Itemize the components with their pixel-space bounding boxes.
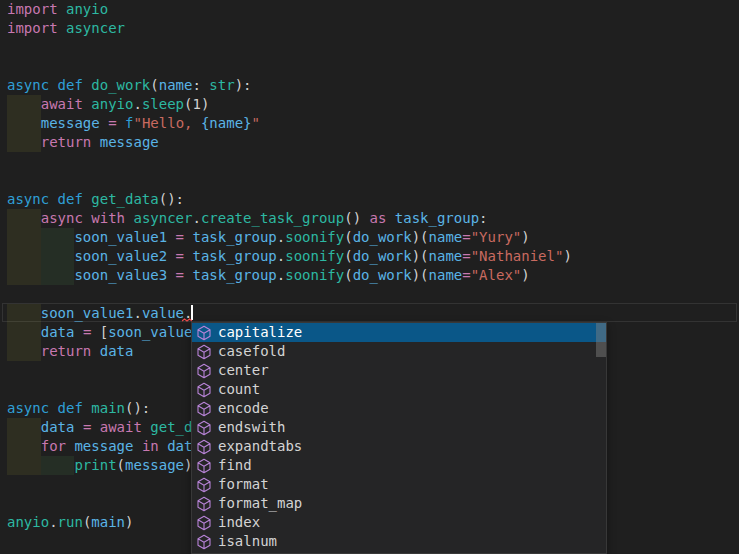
symbol-method-icon <box>196 344 212 360</box>
suggestion-label: count <box>218 380 260 399</box>
code-token: task_group <box>192 248 276 264</box>
code-line[interactable] <box>0 285 739 304</box>
code-token: async <box>41 210 92 226</box>
code-token <box>7 305 41 321</box>
code-line[interactable] <box>0 57 739 76</box>
symbol-method-icon <box>196 420 212 436</box>
code-line[interactable]: await anyio.sleep(1) <box>0 95 739 114</box>
code-token: ( <box>344 229 352 245</box>
code-token <box>91 419 99 435</box>
suggestion-item[interactable]: center <box>192 361 606 380</box>
suggestion-item[interactable]: encode <box>192 399 606 418</box>
symbol-method-icon <box>196 382 212 398</box>
code-line[interactable]: soon_value1.value. <box>0 304 739 323</box>
symbol-method-icon <box>196 363 212 379</box>
code-token: dat <box>167 438 192 454</box>
code-token: "Nathaniel" <box>471 248 564 264</box>
code-token: soonify <box>285 267 344 283</box>
code-line[interactable]: message = f"Hello, {name}" <box>0 114 739 133</box>
code-token: . <box>133 96 141 112</box>
code-token: (): <box>159 191 184 207</box>
suggestion-label: format_map <box>218 494 302 513</box>
code-token <box>74 419 82 435</box>
suggestion-item[interactable]: index <box>192 513 606 532</box>
suggestion-label: center <box>218 361 269 380</box>
code-line[interactable]: import asyncer <box>0 19 739 38</box>
suggestion-item[interactable]: count <box>192 380 606 399</box>
code-line[interactable]: return message <box>0 133 739 152</box>
suggestion-item[interactable]: isalnum <box>192 532 606 551</box>
code-line[interactable]: async def do_work(name: str): <box>0 76 739 95</box>
code-line[interactable] <box>0 152 739 171</box>
code-token: message <box>41 115 100 131</box>
code-token: soonify <box>285 229 344 245</box>
code-token: . <box>49 514 57 530</box>
code-token: " <box>252 115 260 131</box>
code-token: ( <box>344 248 352 264</box>
code-token: ( <box>117 457 125 473</box>
suggestion-item[interactable]: format <box>192 475 606 494</box>
code-token: def <box>58 400 92 416</box>
symbol-method-icon <box>196 477 212 493</box>
symbol-method-icon <box>196 439 212 455</box>
code-token: do_work <box>353 229 412 245</box>
code-token: str <box>209 77 234 93</box>
code-token <box>7 229 74 245</box>
code-line[interactable] <box>0 38 739 57</box>
code-token: do_work <box>91 77 150 93</box>
code-token: await <box>100 419 151 435</box>
suggestion-label: index <box>218 513 260 532</box>
code-token <box>133 438 141 454</box>
suggestion-label: capitalize <box>218 323 302 342</box>
code-token: main <box>91 514 125 530</box>
code-token: value <box>142 305 184 321</box>
code-token <box>7 210 41 226</box>
code-token: = <box>108 115 116 131</box>
popup-scrollbar-thumb[interactable] <box>596 323 606 357</box>
code-token <box>167 267 175 283</box>
code-line[interactable]: soon_value3 = task_group.soonify(do_work… <box>0 266 739 285</box>
code-token <box>74 324 82 340</box>
code-token: ) <box>201 96 209 112</box>
code-token: name <box>159 77 193 93</box>
symbol-method-icon <box>196 515 212 531</box>
code-token: soonify <box>285 248 344 264</box>
code-token: [ <box>91 324 108 340</box>
code-token: return <box>41 343 100 359</box>
code-token: def <box>58 191 92 207</box>
code-line[interactable]: async with asyncer.create_task_group() a… <box>0 209 739 228</box>
code-token: data <box>100 343 134 359</box>
code-line[interactable] <box>0 171 739 190</box>
symbol-method-icon <box>196 496 212 512</box>
suggestion-list: capitalizecasefoldcentercountencodeendsw… <box>192 323 606 554</box>
code-editor[interactable]: import anyioimport asyncerasync def do_w… <box>0 0 739 554</box>
code-token: ( <box>150 77 158 93</box>
suggestion-item[interactable]: casefold <box>192 342 606 361</box>
suggestion-label: expandtabs <box>218 437 302 456</box>
code-token: asyncer <box>133 210 192 226</box>
suggestion-label: encode <box>218 399 269 418</box>
code-token: do_work <box>353 248 412 264</box>
code-token: () <box>344 210 369 226</box>
code-token: with <box>91 210 133 226</box>
suggestion-item[interactable]: format_map <box>192 494 606 513</box>
code-token <box>7 115 41 131</box>
code-token: )( <box>412 267 429 283</box>
suggestion-item[interactable]: endswith <box>192 418 606 437</box>
code-token: asyncer <box>66 20 125 36</box>
suggestion-item[interactable]: expandtabs <box>192 437 606 456</box>
code-token: name <box>429 229 463 245</box>
suggestion-item[interactable]: find <box>192 456 606 475</box>
code-line[interactable]: async def get_data(): <box>0 190 739 209</box>
code-token: ) <box>521 229 529 245</box>
code-line[interactable]: soon_value1 = task_group.soonify(do_work… <box>0 228 739 247</box>
code-token: . <box>192 210 200 226</box>
code-line[interactable]: soon_value2 = task_group.soonify(do_work… <box>0 247 739 266</box>
code-token: do_work <box>353 267 412 283</box>
code-token <box>7 419 41 435</box>
code-token <box>167 229 175 245</box>
suggestion-item[interactable]: capitalize <box>192 323 606 342</box>
code-line[interactable]: import anyio <box>0 0 739 19</box>
code-token: data <box>41 419 75 435</box>
code-token: = <box>176 267 184 283</box>
